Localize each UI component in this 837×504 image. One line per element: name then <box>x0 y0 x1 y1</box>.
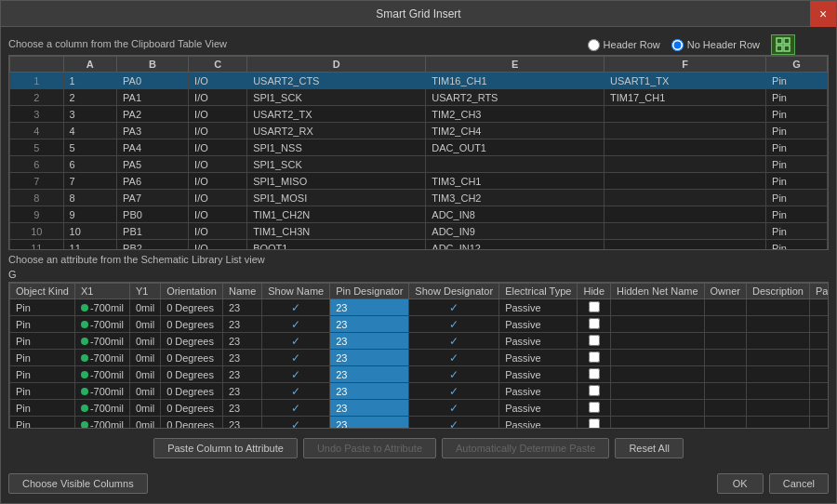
row-num: 2 <box>10 89 64 106</box>
col-header[interactable]: Hide <box>578 284 611 299</box>
cell-parameters <box>809 400 829 417</box>
table-row[interactable]: Pin -700mil 0mil 0 Degrees 23 ✓ 23 ✓ Pas… <box>10 366 830 383</box>
reset-all-button[interactable]: Reset All <box>615 438 683 458</box>
col-header[interactable]: Show Designator <box>409 284 499 299</box>
cell-g: Pin <box>766 89 828 106</box>
choose-visible-button[interactable]: Choose Visible Columns <box>8 473 148 494</box>
row-num: 7 <box>10 173 64 190</box>
table-row[interactable]: 6 6 PA5 I/O SPI1_SCK Pin <box>10 156 828 173</box>
col-header[interactable]: Parameters <box>809 284 829 299</box>
cell-owner <box>704 333 746 350</box>
col-header[interactable]: Electrical Type <box>499 284 578 299</box>
table-row[interactable]: Pin -700mil 0mil 0 Degrees 23 ✓ 23 ✓ Pas… <box>10 350 830 366</box>
table-row[interactable]: 7 7 PA6 I/O SPI1_MISO TIM3_CH1 Pin <box>10 173 828 190</box>
table-row[interactable]: Pin -700mil 0mil 0 Degrees 23 ✓ 23 ✓ Pas… <box>10 333 830 350</box>
table-row[interactable]: 5 5 PA4 I/O SPI1_NSS DAC_OUT1 Pin <box>10 139 828 156</box>
hide-checkbox[interactable] <box>589 301 600 312</box>
col-header[interactable]: Hidden Net Name <box>611 284 704 299</box>
col-header[interactable]: X1 <box>74 284 129 299</box>
table-row[interactable]: Pin -700mil 0mil 0 Degrees 23 ✓ 23 ✓ Pas… <box>10 383 830 400</box>
cell-c: I/O <box>189 206 247 223</box>
no-header-row-option[interactable]: No Header Row <box>671 39 760 51</box>
close-button[interactable]: × <box>810 1 836 27</box>
checkmark-icon: ✓ <box>449 301 458 314</box>
cell-g: Pin <box>766 123 828 139</box>
hide-checkbox[interactable] <box>589 351 600 363</box>
table-row[interactable]: 3 3 PA2 I/O USART2_TX TIM2_CH3 Pin <box>10 106 828 123</box>
hide-checkbox[interactable] <box>589 318 600 329</box>
col-header[interactable]: Owner <box>704 284 746 299</box>
cell-hidden-net <box>611 400 704 417</box>
col-header[interactable]: Y1 <box>129 284 160 299</box>
hide-checkbox[interactable] <box>589 368 600 379</box>
cell-a: 9 <box>63 206 117 223</box>
table-row[interactable]: 11 11 PB2 I/O BOOT1 ADC_IN12 Pin <box>10 240 828 251</box>
cell-owner <box>704 299 746 316</box>
footer-buttons: Choose Visible Columns OK Cancel <box>8 468 829 496</box>
table-row[interactable]: Pin -700mil 0mil 0 Degrees 23 ✓ 23 ✓ Pas… <box>10 316 830 333</box>
cell-d: SPI1_SCK <box>247 89 426 106</box>
bottom-section: Choose an attribute from the Schematic L… <box>8 254 829 429</box>
header-row-option[interactable]: Header Row <box>588 39 660 51</box>
col-header-e[interactable]: E <box>426 57 604 73</box>
header-row-label: Header Row <box>604 39 660 50</box>
checkmark-icon: ✓ <box>291 368 300 381</box>
dot-icon <box>81 354 88 362</box>
cell-owner <box>704 383 746 400</box>
col-header-rownum <box>10 57 64 73</box>
cell-x1: -700mil <box>74 316 129 333</box>
table-row[interactable]: Pin -700mil 0mil 0 Degrees 23 ✓ 23 ✓ Pas… <box>10 417 830 430</box>
cell-elec-type: Passive <box>499 366 578 383</box>
col-header[interactable]: Description <box>746 284 809 299</box>
col-header-c[interactable]: C <box>189 57 247 73</box>
table-row[interactable]: 4 4 PA3 I/O USART2_RX TIM2_CH4 Pin <box>10 123 828 139</box>
table-row[interactable]: 10 10 PB1 I/O TIM1_CH3N ADC_IN9 Pin <box>10 223 828 240</box>
dot-icon <box>81 405 88 412</box>
cancel-button[interactable]: Cancel <box>769 473 829 494</box>
row-num: 6 <box>10 156 64 173</box>
table-row[interactable]: 9 9 PB0 I/O TIM1_CH2N ADC_IN8 Pin <box>10 206 828 223</box>
col-header[interactable]: Pin Designator <box>330 284 409 299</box>
hide-checkbox[interactable] <box>589 385 600 396</box>
col-header[interactable]: Orientation <box>161 284 223 299</box>
table-row[interactable]: 1 1 PA0 I/O USART2_CTS TIM16_CH1 USART1_… <box>10 73 828 89</box>
bottom-table-container[interactable]: Object KindX1Y1OrientationNameShow NameP… <box>8 282 829 429</box>
cell-description <box>746 366 809 383</box>
header-row-radio[interactable] <box>588 39 600 51</box>
cell-c: I/O <box>189 190 247 206</box>
cell-g: Pin <box>766 73 828 89</box>
cell-pin-des: 23 <box>330 400 409 417</box>
col-header-b[interactable]: B <box>117 57 189 73</box>
cell-f: USART1_TX <box>604 73 766 89</box>
col-header[interactable]: Show Name <box>262 284 330 299</box>
hide-checkbox[interactable] <box>589 402 600 413</box>
col-header-g[interactable]: G <box>766 57 828 73</box>
col-header-a[interactable]: A <box>63 57 117 73</box>
table-row[interactable]: 2 2 PA1 I/O SPI1_SCK USART2_RTS TIM17_CH… <box>10 89 828 106</box>
row-num: 1 <box>10 73 64 89</box>
paste-column-button[interactable]: Paste Column to Attribute <box>153 438 298 458</box>
table-row[interactable]: Pin -700mil 0mil 0 Degrees 23 ✓ 23 ✓ Pas… <box>10 400 830 417</box>
hide-checkbox[interactable] <box>589 418 600 430</box>
cell-orientation: 0 Degrees <box>161 299 223 316</box>
hide-checkbox[interactable] <box>589 335 600 346</box>
cell-e: TIM3_CH2 <box>426 190 604 206</box>
undo-paste-button[interactable]: Undo Paste to Attribute <box>303 438 436 458</box>
col-header[interactable]: Name <box>222 284 261 299</box>
checkmark-icon: ✓ <box>449 351 458 365</box>
cell-show-name: ✓ <box>262 366 330 383</box>
top-table-container[interactable]: A B C D E F G 1 1 PA0 I/O USART2_CTS TIM… <box>8 55 829 250</box>
col-header-d[interactable]: D <box>247 57 426 73</box>
cell-pin-des: 23 <box>330 333 409 350</box>
table-row[interactable]: 8 8 PA7 I/O SPI1_MOSI TIM3_CH2 Pin <box>10 190 828 206</box>
cell-elec-type: Passive <box>499 417 578 430</box>
no-header-row-radio[interactable] <box>671 39 684 51</box>
ok-button[interactable]: OK <box>717 473 764 494</box>
action-buttons: Paste Column to Attribute Undo Paste to … <box>8 432 829 464</box>
cell-kind: Pin <box>10 400 75 417</box>
col-header-f[interactable]: F <box>604 57 766 73</box>
auto-determine-button[interactable]: Automatically Determine Paste <box>442 438 609 458</box>
table-row[interactable]: Pin -700mil 0mil 0 Degrees 23 ✓ 23 ✓ Pas… <box>10 299 830 316</box>
col-header[interactable]: Object Kind <box>10 284 75 299</box>
cell-d: USART2_RX <box>247 123 426 139</box>
